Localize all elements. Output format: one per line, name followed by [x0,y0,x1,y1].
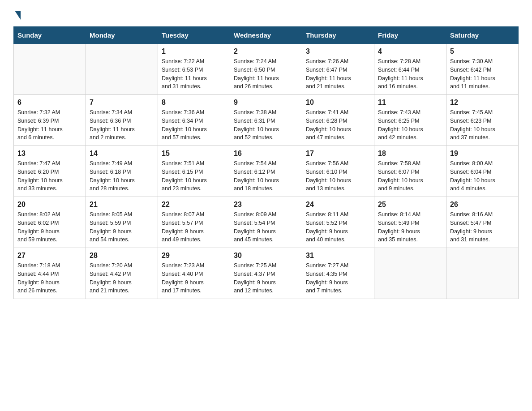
day-info: Sunrise: 8:00 AM Sunset: 6:04 PM Dayligh… [450,159,515,193]
day-info: Sunrise: 7:28 AM Sunset: 6:44 PM Dayligh… [378,57,442,91]
day-number: 21 [90,201,154,209]
day-number: 13 [17,150,82,158]
day-number: 1 [162,47,226,56]
day-info: Sunrise: 7:24 AM Sunset: 6:50 PM Dayligh… [234,57,298,91]
day-number: 28 [90,252,154,260]
day-info: Sunrise: 7:36 AM Sunset: 6:34 PM Dayligh… [162,108,226,142]
day-info: Sunrise: 7:26 AM Sunset: 6:47 PM Dayligh… [306,57,370,91]
day-number: 25 [378,201,442,209]
day-info: Sunrise: 8:14 AM Sunset: 5:49 PM Dayligh… [378,210,442,244]
day-header-friday: Friday [374,27,446,44]
calendar-cell: 16Sunrise: 7:54 AM Sunset: 6:12 PM Dayli… [230,146,302,197]
day-number: 9 [234,98,298,107]
day-info: Sunrise: 7:20 AM Sunset: 4:42 PM Dayligh… [90,261,154,295]
day-number: 31 [306,252,370,260]
calendar-cell: 5Sunrise: 7:30 AM Sunset: 6:42 PM Daylig… [446,44,519,95]
day-info: Sunrise: 7:38 AM Sunset: 6:31 PM Dayligh… [234,108,298,142]
calendar-cell: 22Sunrise: 8:07 AM Sunset: 5:57 PM Dayli… [158,197,230,248]
day-number: 26 [450,201,515,209]
calendar-cell [374,248,446,299]
day-number: 5 [450,47,515,56]
calendar-cell: 6Sunrise: 7:32 AM Sunset: 6:39 PM Daylig… [14,95,86,146]
calendar-cell: 2Sunrise: 7:24 AM Sunset: 6:50 PM Daylig… [230,44,302,95]
calendar-cell [14,44,86,95]
calendar-table: SundayMondayTuesdayWednesdayThursdayFrid… [13,26,519,299]
day-number: 18 [378,150,442,158]
calendar-cell: 1Sunrise: 7:22 AM Sunset: 6:53 PM Daylig… [158,44,230,95]
calendar-week-5: 27Sunrise: 7:18 AM Sunset: 4:44 PM Dayli… [14,248,519,299]
day-info: Sunrise: 7:51 AM Sunset: 6:15 PM Dayligh… [162,159,226,193]
day-info: Sunrise: 7:54 AM Sunset: 6:12 PM Dayligh… [234,159,298,193]
calendar-cell: 15Sunrise: 7:51 AM Sunset: 6:15 PM Dayli… [158,146,230,197]
calendar-header-row: SundayMondayTuesdayWednesdayThursdayFrid… [14,27,519,44]
day-number: 24 [306,201,370,209]
day-header-thursday: Thursday [302,27,374,44]
day-info: Sunrise: 7:56 AM Sunset: 6:10 PM Dayligh… [306,159,370,193]
day-info: Sunrise: 7:23 AM Sunset: 4:40 PM Dayligh… [162,261,226,295]
day-info: Sunrise: 7:34 AM Sunset: 6:36 PM Dayligh… [90,108,154,142]
day-number: 6 [17,98,82,107]
calendar-cell: 18Sunrise: 7:58 AM Sunset: 6:07 PM Dayli… [374,146,446,197]
day-info: Sunrise: 7:32 AM Sunset: 6:39 PM Dayligh… [17,108,82,142]
logo [13,9,21,20]
calendar-cell: 23Sunrise: 8:09 AM Sunset: 5:54 PM Dayli… [230,197,302,248]
calendar-cell: 7Sunrise: 7:34 AM Sunset: 6:36 PM Daylig… [86,95,158,146]
calendar-cell: 27Sunrise: 7:18 AM Sunset: 4:44 PM Dayli… [14,248,86,299]
calendar-cell: 14Sunrise: 7:49 AM Sunset: 6:18 PM Dayli… [86,146,158,197]
day-info: Sunrise: 7:47 AM Sunset: 6:20 PM Dayligh… [17,159,82,193]
calendar-cell: 25Sunrise: 8:14 AM Sunset: 5:49 PM Dayli… [374,197,446,248]
day-header-tuesday: Tuesday [158,27,230,44]
day-info: Sunrise: 7:45 AM Sunset: 6:23 PM Dayligh… [450,108,515,142]
day-number: 30 [234,252,298,260]
page-header [13,9,519,20]
day-number: 4 [378,47,442,56]
calendar-cell: 3Sunrise: 7:26 AM Sunset: 6:47 PM Daylig… [302,44,374,95]
day-number: 17 [306,150,370,158]
day-info: Sunrise: 8:02 AM Sunset: 6:02 PM Dayligh… [17,210,82,244]
calendar-cell: 8Sunrise: 7:36 AM Sunset: 6:34 PM Daylig… [158,95,230,146]
calendar-cell: 19Sunrise: 8:00 AM Sunset: 6:04 PM Dayli… [446,146,519,197]
day-number: 10 [306,98,370,107]
calendar-cell [86,44,158,95]
day-info: Sunrise: 8:05 AM Sunset: 5:59 PM Dayligh… [90,210,154,244]
day-info: Sunrise: 7:27 AM Sunset: 4:35 PM Dayligh… [306,261,370,295]
day-header-saturday: Saturday [446,27,519,44]
day-number: 12 [450,98,515,107]
calendar-cell: 10Sunrise: 7:41 AM Sunset: 6:28 PM Dayli… [302,95,374,146]
calendar-cell: 11Sunrise: 7:43 AM Sunset: 6:25 PM Dayli… [374,95,446,146]
day-number: 3 [306,47,370,56]
calendar-cell: 29Sunrise: 7:23 AM Sunset: 4:40 PM Dayli… [158,248,230,299]
day-header-sunday: Sunday [14,27,86,44]
calendar-cell: 4Sunrise: 7:28 AM Sunset: 6:44 PM Daylig… [374,44,446,95]
logo-triangle-icon [15,11,21,20]
day-info: Sunrise: 7:49 AM Sunset: 6:18 PM Dayligh… [90,159,154,193]
day-info: Sunrise: 7:22 AM Sunset: 6:53 PM Dayligh… [162,57,226,91]
day-header-wednesday: Wednesday [230,27,302,44]
day-number: 23 [234,201,298,209]
calendar-cell: 17Sunrise: 7:56 AM Sunset: 6:10 PM Dayli… [302,146,374,197]
day-number: 19 [450,150,515,158]
day-info: Sunrise: 8:09 AM Sunset: 5:54 PM Dayligh… [234,210,298,244]
calendar-cell: 21Sunrise: 8:05 AM Sunset: 5:59 PM Dayli… [86,197,158,248]
day-number: 7 [90,98,154,107]
calendar-cell: 30Sunrise: 7:25 AM Sunset: 4:37 PM Dayli… [230,248,302,299]
calendar-cell: 31Sunrise: 7:27 AM Sunset: 4:35 PM Dayli… [302,248,374,299]
day-number: 22 [162,201,226,209]
calendar-cell: 12Sunrise: 7:45 AM Sunset: 6:23 PM Dayli… [446,95,519,146]
day-number: 20 [17,201,82,209]
calendar-cell: 20Sunrise: 8:02 AM Sunset: 6:02 PM Dayli… [14,197,86,248]
day-info: Sunrise: 7:30 AM Sunset: 6:42 PM Dayligh… [450,57,515,91]
day-number: 29 [162,252,226,260]
day-info: Sunrise: 8:07 AM Sunset: 5:57 PM Dayligh… [162,210,226,244]
day-info: Sunrise: 7:25 AM Sunset: 4:37 PM Dayligh… [234,261,298,295]
day-number: 2 [234,47,298,56]
calendar-week-3: 13Sunrise: 7:47 AM Sunset: 6:20 PM Dayli… [14,146,519,197]
day-info: Sunrise: 8:16 AM Sunset: 5:47 PM Dayligh… [450,210,515,244]
calendar-cell: 24Sunrise: 8:11 AM Sunset: 5:52 PM Dayli… [302,197,374,248]
calendar-cell [446,248,519,299]
day-number: 11 [378,98,442,107]
day-info: Sunrise: 8:11 AM Sunset: 5:52 PM Dayligh… [306,210,370,244]
day-info: Sunrise: 7:18 AM Sunset: 4:44 PM Dayligh… [17,261,82,295]
day-number: 14 [90,150,154,158]
calendar-cell: 13Sunrise: 7:47 AM Sunset: 6:20 PM Dayli… [14,146,86,197]
